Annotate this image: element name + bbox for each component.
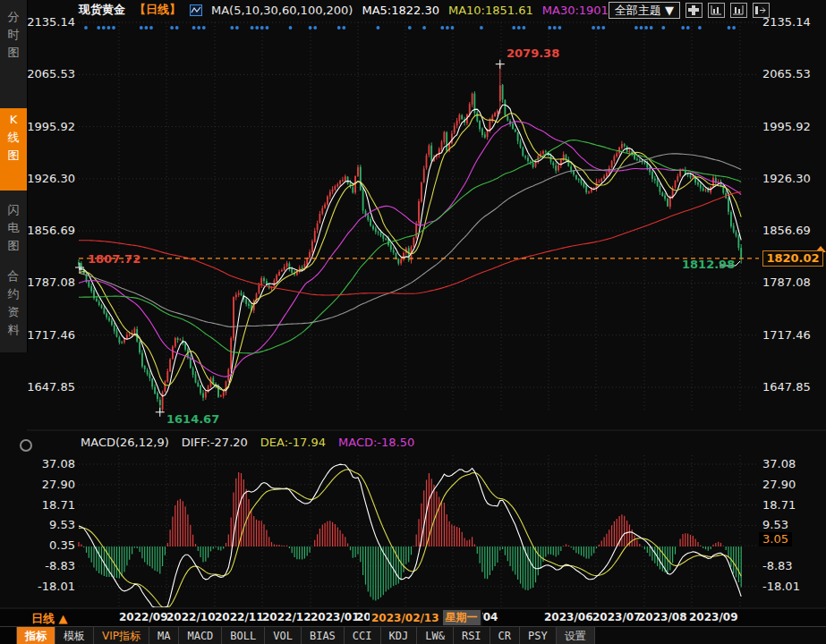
axis-left-chart-icon[interactable] (708, 3, 725, 18)
macd-title[interactable]: MACD(26,12,9) (81, 436, 169, 449)
toolbar-item-1[interactable]: 指标 (17, 627, 55, 644)
toolbar-item-4[interactable]: MA (149, 627, 179, 644)
toolbar-item-8[interactable]: BIAS (302, 627, 345, 644)
macd-label-left: -18.01 (27, 580, 75, 594)
date-label: 2022/09 (119, 611, 167, 623)
macd-label-left: 0.35 (27, 538, 75, 553)
price-label-right: 1926.30 (762, 172, 811, 186)
macd-label-right: 9.53 (762, 518, 788, 532)
ma5-line (79, 105, 741, 396)
toolbar-corner (0, 627, 17, 644)
toolbar-item-14[interactable]: PSY (520, 627, 557, 644)
macd-pane[interactable] (79, 464, 741, 607)
date-label: 2023/07 (592, 611, 641, 623)
theme-area: 全部主题 ▼ (609, 2, 770, 19)
crosshair-date-tooltip: 2023/02/13星期一 (370, 609, 482, 626)
toolbar-item-13[interactable]: CR (490, 627, 520, 644)
price-label-left: 2135.14 (27, 15, 75, 30)
ma60-line (79, 140, 741, 353)
price-label-left: 1647.85 (27, 380, 75, 394)
macd-label-right: 37.08 (762, 457, 796, 471)
kline-chart-icon[interactable] (190, 4, 202, 16)
macd-label-left: 27.90 (27, 478, 75, 492)
toolbar-item-5[interactable]: MACD (179, 627, 222, 644)
price-label-right: 1717.46 (762, 328, 811, 343)
sidebar: 分时图K线图闪电图合约资料 (0, 0, 28, 352)
macd-label-right: 18.71 (762, 498, 796, 513)
price-label-left: 1995.92 (27, 120, 75, 134)
ma10-line (79, 114, 741, 390)
macd-label-right: 27.90 (762, 478, 796, 492)
last-price-box: 1820.02 (762, 250, 823, 267)
ma-lines (79, 105, 741, 396)
date-label: 2023/09 (689, 611, 737, 623)
toolbar-item-9[interactable]: CCI (345, 627, 381, 644)
date-label: 2022/10 (166, 611, 215, 623)
macd-hist-value: MACD:-18.50 (338, 436, 414, 449)
topbar: 现货黄金 【日线】 MA(5,10,30,60,100,200) MA5:182… (79, 0, 668, 20)
toolbar-item-6[interactable]: BOLL (222, 627, 265, 644)
toolbar-item-3[interactable]: VIP指标 (94, 627, 149, 644)
toolbar-item-12[interactable]: RSI (454, 627, 490, 644)
date-label: 2023/01 (311, 611, 359, 623)
macd-label-left: 37.08 (27, 457, 75, 471)
annotation-bottom-low: 1614.67 (166, 412, 219, 426)
toolbar-item-15[interactable]: 设置 (557, 627, 595, 644)
price-label-left: 1856.69 (27, 224, 75, 238)
toolbar-item-11[interactable]: LW& (417, 627, 454, 644)
sidebar-tab-1[interactable]: 分时图 (0, 5, 27, 70)
chart-canvas[interactable] (0, 0, 826, 644)
macd-dea-value: DEA:-17.94 (260, 436, 326, 449)
event-markers (84, 26, 736, 30)
price-label-right: 1995.92 (762, 120, 811, 134)
macd-legend: MACD(26,12,9) DIFF:-27.20 DEA:-17.94 MAC… (81, 436, 414, 449)
kline-app: 分时图K线图闪电图合约资料 现货黄金 【日线】 MA(5,10,30,60,10… (0, 0, 826, 644)
toolbar-item-2[interactable]: 模板 (55, 627, 94, 644)
ma10-value: MA10:1851.61 (448, 4, 533, 17)
price-label-right: 1647.85 (762, 380, 811, 394)
macd-settings-icon[interactable] (20, 439, 32, 452)
price-label-right: 1856.69 (762, 224, 811, 238)
ma200-line (79, 192, 741, 295)
macd-label-right: -8.83 (762, 559, 793, 573)
date-label: 2023/08 (638, 611, 686, 623)
sidebar-tab-4[interactable]: 合约资料 (0, 265, 27, 349)
sidebar-tab-3[interactable]: 闪电图 (0, 199, 27, 263)
date-axis-row: 日线 ▲ 2022/092022/102022/112022/122023/01… (0, 609, 826, 626)
annotation-peak: 2079.38 (507, 47, 559, 60)
period-tag[interactable]: 【日线】 (134, 2, 181, 18)
toolbar-item-7[interactable]: VOL (265, 627, 302, 644)
price-label-right: 2065.53 (762, 67, 811, 81)
date-label: 2023/06 (544, 611, 592, 623)
indicator-toolbar: 指标模板VIP指标MAMACDBOLLVOLBIASCCIKDJLW&RSICR… (0, 626, 826, 644)
price-label-right: 1787.08 (762, 275, 811, 290)
candles[interactable] (78, 64, 742, 413)
macd-label-right: -18.01 (762, 580, 800, 594)
date-label: 2022/11 (215, 611, 263, 623)
price-label-left: 1787.08 (27, 275, 75, 290)
symbol-name: 现货黄金 (79, 2, 125, 18)
ma100-line (79, 154, 741, 327)
toolbar-item-10[interactable]: KDJ (381, 627, 418, 644)
ma5-value: MA5:1822.30 (362, 4, 439, 17)
price-label-left: 1717.46 (27, 328, 75, 343)
date-label: 2022/12 (262, 611, 311, 623)
macd-diff-value: DIFF:-27.20 (182, 436, 248, 449)
price-label-right: 2135.14 (762, 15, 811, 30)
price-label-left: 2065.53 (27, 67, 75, 81)
macd-label-left: -8.83 (27, 559, 75, 573)
macd-label-right: 3.05 (759, 532, 792, 547)
sidebar-tab-2[interactable]: K线图 (0, 108, 27, 191)
period-selector[interactable]: 日线 ▲ (31, 611, 68, 627)
layout-grid-icon[interactable] (685, 3, 703, 18)
price-label-left: 1926.30 (27, 172, 75, 186)
annotation-start-low: 1807.72 (88, 252, 141, 266)
axis-right-chart-icon[interactable] (730, 3, 747, 18)
theme-dropdown-button[interactable]: 全部主题 ▼ (609, 2, 680, 19)
macd-label-left: 9.53 (27, 518, 75, 532)
macd-label-left: 18.71 (27, 498, 75, 513)
ma-settings[interactable]: MA(5,10,30,60,100,200) (211, 4, 353, 17)
annotation-recent-low: 1812.98 (682, 258, 735, 271)
